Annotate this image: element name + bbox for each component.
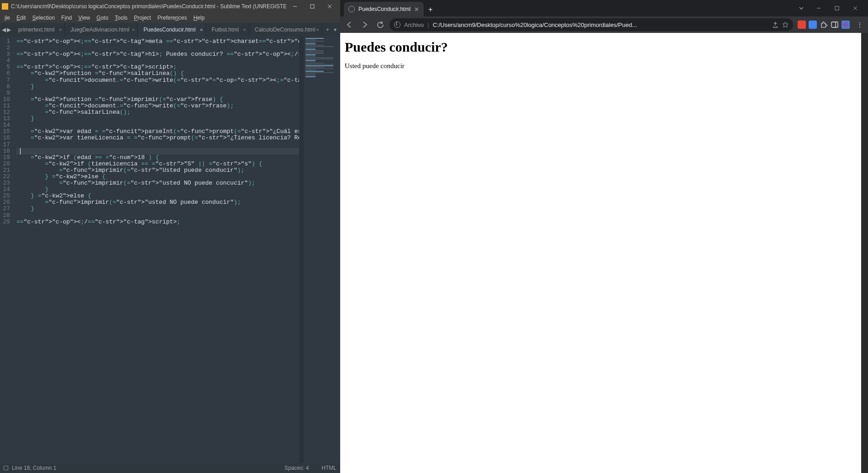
tab-history-arrows[interactable]: ◀ ▶ — [0, 23, 13, 37]
code-line[interactable]: } — [16, 206, 304, 212]
minimize-button[interactable] — [286, 0, 304, 13]
menu-item-view[interactable]: View — [75, 14, 93, 22]
nav-forward-button[interactable] — [358, 18, 371, 31]
editor-tab[interactable]: JuegDeAdivinacion.html× — [65, 23, 138, 37]
extensions-puzzle-icon[interactable] — [820, 21, 828, 29]
code-line[interactable]: } — [16, 116, 304, 122]
editor-tab[interactable]: PuedesConducir.html× — [138, 23, 206, 37]
code-line[interactable] — [16, 122, 304, 128]
new-tab-button[interactable]: + — [428, 5, 432, 14]
chrome-maximize-button[interactable] — [828, 2, 846, 15]
sublime-tabs-row: ◀ ▶ primertext.html×JuegDeAdivinacion.ht… — [0, 23, 340, 37]
code-line[interactable] — [16, 142, 304, 148]
line-number: 23 — [0, 180, 10, 186]
editor-tab[interactable]: CalculoDeConsumo.html× — [249, 23, 322, 37]
code-line[interactable]: ="c-kw2">function ="c-func">imprimir(="c… — [16, 96, 304, 103]
menu-item-help[interactable]: Help — [190, 14, 207, 22]
menu-item-goto[interactable]: Goto — [94, 14, 111, 22]
code-line[interactable]: ="c-funcit">document.="c-func">write(="c… — [16, 103, 304, 109]
code-line[interactable]: ="c-funcit">document.="c-func">write(="c… — [16, 77, 304, 84]
close-tab-icon[interactable]: × — [243, 27, 246, 32]
code-line[interactable]: ="c-func">imprimir(="c-str">"usted NO pu… — [16, 199, 304, 206]
forward-arrow-icon[interactable]: ▶ — [7, 27, 11, 33]
close-tab-icon[interactable]: × — [132, 27, 135, 32]
menu-item-find[interactable]: Find — [58, 14, 74, 22]
code-line[interactable]: =="c-str">"c-op"><;=="c-str">"c-tag">scr… — [16, 64, 304, 70]
code-line[interactable]: } ="c-kw2">else { — [16, 174, 304, 180]
sublime-menubar: ileEditSelectionFindViewGotoToolsProject… — [0, 13, 340, 23]
back-arrow-icon[interactable]: ◀ — [2, 27, 6, 33]
code-line[interactable]: ="c-kw2">var edad = ="c-funcit">parseInt… — [16, 128, 304, 135]
close-tab-icon[interactable]: ✕ — [414, 6, 419, 13]
menu-item-project[interactable]: Project — [131, 14, 153, 22]
editor-tab[interactable]: primertext.html× — [13, 23, 65, 37]
sublime-titlebar[interactable]: C:\Users\ancm9\Desktop\curso logica\Conc… — [0, 0, 340, 13]
line-number: 6 — [0, 70, 10, 77]
code-line[interactable]: =="c-str">"c-op"><;=="c-str">"c-tag">met… — [16, 38, 304, 45]
code-line[interactable] — [16, 58, 304, 64]
status-indent[interactable]: Spaces: 4 — [284, 465, 309, 471]
code-line[interactable] — [16, 90, 304, 96]
code-line[interactable]: ="c-kw2">if (tieneLicencia == ="c-str">"… — [16, 161, 304, 167]
url-separator: | — [427, 21, 429, 28]
line-number: 28 — [0, 213, 10, 219]
line-number: 18 — [0, 148, 10, 154]
bookmark-star-icon[interactable] — [782, 21, 789, 28]
code-line[interactable] — [16, 45, 304, 51]
close-tab-icon[interactable]: × — [200, 27, 203, 32]
line-number: 16 — [0, 135, 10, 141]
code-line[interactable] — [16, 148, 304, 154]
editor-tab[interactable]: Futbol.html× — [206, 23, 249, 37]
menu-item-edit[interactable]: Edit — [14, 14, 29, 22]
chrome-minimize-button[interactable] — [810, 2, 828, 15]
chrome-tab[interactable]: PuedesConducir.html ✕ — [344, 2, 424, 16]
chrome-omnibox[interactable]: Archivo | C:/Users/ancm9/Desktop/curso%2… — [389, 18, 793, 31]
menu-item-ile[interactable]: ile — [2, 14, 13, 22]
close-button[interactable] — [321, 0, 338, 13]
chrome-menu-button[interactable]: ⋮ — [854, 21, 865, 28]
code-line[interactable]: ="c-func">saltarLinea(); — [16, 109, 304, 116]
code-line[interactable]: } — [16, 186, 304, 193]
code-line[interactable]: ="c-kw2">var tieneLicencia = ="c-func">p… — [16, 135, 304, 141]
extension-icon[interactable] — [809, 21, 817, 29]
line-number: 20 — [0, 161, 10, 167]
code-line[interactable]: =="c-str">"c-op"><;/=="c-str">"c-tag">sc… — [16, 219, 304, 225]
tab-search-button[interactable] — [793, 2, 810, 15]
chrome-close-button[interactable] — [846, 2, 864, 15]
code-area[interactable]: =="c-str">"c-op"><;=="c-str">"c-tag">met… — [13, 37, 304, 463]
status-syntax[interactable]: HTML — [321, 465, 337, 471]
panel-switcher-icon[interactable] — [4, 466, 8, 470]
nav-back-button[interactable] — [343, 18, 356, 31]
nav-reload-button[interactable] — [374, 18, 387, 31]
code-line[interactable]: } — [16, 84, 304, 90]
profile-avatar-icon[interactable] — [842, 21, 850, 29]
code-line[interactable]: ="c-kw2">function ="c-func">saltarLinea(… — [16, 70, 304, 77]
site-info-icon[interactable] — [394, 21, 400, 28]
code-line[interactable]: ="c-func">imprimir(="c-str">"Usted puede… — [16, 167, 304, 174]
code-line[interactable]: =="c-str">"c-op"><;=="c-str">"c-tag">h1>… — [16, 51, 304, 58]
menu-item-selection[interactable]: Selection — [30, 14, 58, 22]
code-line[interactable]: ="c-kw2">if (edad >= ="c-num">18 ) { — [16, 154, 304, 161]
code-line[interactable]: ="c-func">imprimir(="c-str">"usted NO pu… — [16, 180, 304, 186]
close-tab-icon[interactable]: × — [316, 27, 319, 32]
chrome-scrollbar[interactable] — [861, 33, 868, 473]
sublime-editor[interactable]: 1234567891011121314151617181920212223242… — [0, 37, 340, 463]
line-number: 25 — [0, 193, 10, 199]
menu-item-preferences[interactable]: Preferences — [155, 14, 190, 22]
code-line[interactable]: } ="c-kw2">else { — [16, 193, 304, 199]
share-icon[interactable] — [772, 21, 779, 28]
status-cursor[interactable]: Line 18, Column 1 — [12, 465, 272, 471]
side-panel-icon[interactable] — [831, 21, 839, 29]
close-tab-icon[interactable]: × — [59, 27, 62, 32]
new-tab-button[interactable]: + — [326, 27, 329, 33]
line-number: 22 — [0, 174, 10, 180]
extension-icon[interactable] — [798, 21, 806, 29]
tab-overflow-button[interactable]: ▾ — [334, 27, 337, 33]
minimap[interactable] — [304, 37, 340, 463]
chrome-toolbar: Archivo | C:/Users/ancm9/Desktop/curso%2… — [340, 16, 868, 33]
line-number: 21 — [0, 167, 10, 174]
code-line[interactable] — [16, 213, 304, 219]
maximize-button[interactable] — [304, 0, 321, 13]
line-number: 9 — [0, 90, 10, 96]
menu-item-tools[interactable]: Tools — [112, 14, 130, 22]
